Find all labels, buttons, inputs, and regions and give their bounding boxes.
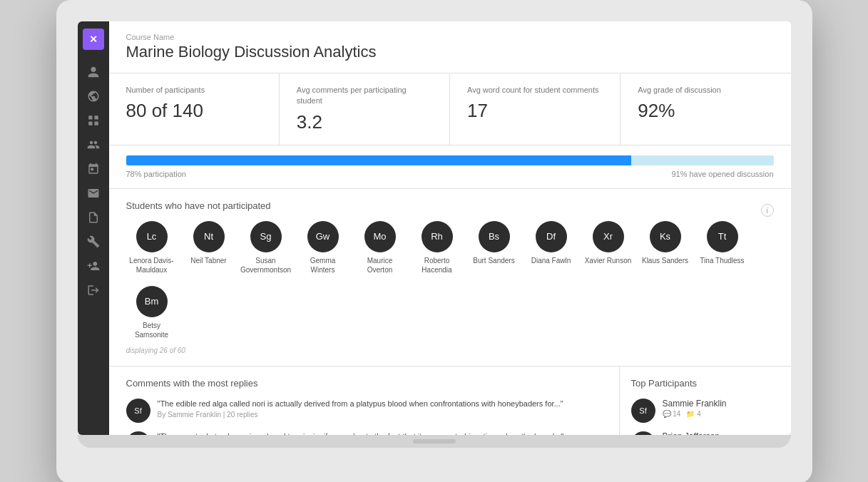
grid-icon[interactable] (83, 110, 104, 131)
stat-avg-word-count-value: 17 (467, 100, 603, 122)
course-label: Course Name (126, 33, 774, 41)
info-icon[interactable]: i (761, 204, 774, 217)
page-header: Course Name Marine Biology Discussion An… (109, 21, 791, 73)
avatar-name: Diana Fawln (531, 256, 571, 265)
stat-avg-comments-label: Avg comments per participating student (297, 85, 432, 107)
stat-avg-grade: Avg grade of discussion 92% (621, 73, 790, 145)
stat-avg-word-count-label: Avg word count for student comments (467, 85, 603, 96)
avatar: Nt (193, 221, 225, 252)
avatars-grid: Lc Lenora Davis-Mauldaux Nt Neil Tabner … (126, 221, 774, 339)
avatar-name: Xavier Runson (585, 256, 632, 265)
participation-label: 78% participation (126, 170, 186, 178)
avatar-name: Tina Thudless (700, 256, 744, 265)
calendar-icon[interactable] (83, 158, 104, 180)
avatar: Sf (126, 399, 150, 423)
participant-item: Sf Sammie Franklin 💬 14 📁 4 (631, 399, 780, 423)
list-item[interactable]: Df Diana Fawln (526, 221, 577, 275)
logout-icon[interactable] (83, 280, 104, 301)
avatar: Rh (422, 221, 453, 252)
comments-title: Comments with the most replies (126, 378, 602, 389)
stat-avg-grade-value: 92% (638, 100, 773, 122)
participants-list: Sf Sammie Franklin 💬 14 📁 4 Bj Brian Jef… (631, 399, 780, 435)
stat-avg-grade-label: Avg grade of discussion (638, 85, 773, 96)
stats-row: Number of participants 80 of 140 Avg com… (109, 73, 791, 145)
avatar: Df (536, 221, 567, 252)
comment-count: 💬 14 (663, 410, 681, 418)
avatar-name: Neil Tabner (190, 256, 226, 265)
list-item[interactable]: Bs Burt Sanders (469, 221, 520, 275)
stat-participants-value: 80 of 140 (126, 100, 262, 122)
avatar-name: Burt Sanders (473, 256, 514, 265)
avatar: Sg (250, 221, 282, 252)
avatar-name: Maurice Overton (354, 256, 406, 275)
stat-participants-label: Number of participants (126, 85, 262, 96)
comments-section: Comments with the most replies Sf "The e… (109, 366, 620, 435)
avatar: Gw (307, 221, 339, 252)
avatar: Tt (707, 221, 738, 252)
stat-participants: Number of participants 80 of 140 (109, 73, 280, 145)
avatar-name: Susan Governmontson (240, 256, 292, 275)
tools-icon[interactable] (83, 231, 104, 252)
opened-label: 91% have opened discussion (671, 170, 773, 178)
avatar: Xr (593, 221, 624, 252)
stat-avg-comments: Avg comments per participating student 3… (280, 73, 450, 145)
sidebar: ✕ (78, 21, 109, 435)
list-item[interactable]: Bm Betsy Samsonite (126, 286, 178, 339)
comment-meta: By Sammie Franklin | 20 replies (158, 411, 563, 419)
list-item[interactable]: Gw Gemma Winters (297, 221, 349, 275)
avatar-name: Klaus Sanders (642, 256, 688, 265)
list-item[interactable]: Ks Klaus Sanders (640, 221, 691, 275)
top-participants-title: Top Participants (631, 378, 780, 389)
list-item[interactable]: Xr Xavier Runson (583, 221, 634, 275)
document-icon[interactable] (83, 207, 104, 228)
avatar-name: Gemma Winters (297, 256, 349, 275)
avatar: Lc (136, 221, 168, 252)
avatar-name: Betsy Samsonite (126, 321, 178, 339)
list-item[interactable]: Mo Maurice Overton (354, 221, 406, 275)
mail-icon[interactable] (83, 183, 104, 204)
page-title: Marine Biology Discussion Analytics (126, 43, 774, 61)
list-item[interactable]: Lc Lenora Davis-Mauldaux (126, 221, 178, 275)
bottom-section: Comments with the most replies Sf "The e… (109, 366, 791, 435)
avatar: Bs (479, 221, 510, 252)
close-button[interactable]: ✕ (83, 29, 104, 50)
list-item[interactable]: Rh Roberto Hacendia (412, 221, 463, 275)
avatar: Sf (631, 399, 655, 423)
avatar-name: Lenora Davis-Mauldaux (126, 256, 178, 275)
progress-labels: 78% participation 91% have opened discus… (126, 170, 774, 178)
main-content: Course Name Marine Biology Discussion An… (109, 21, 791, 435)
user-icon[interactable] (83, 61, 104, 83)
stat-avg-word-count: Avg word count for student comments 17 (450, 73, 621, 145)
avatar: Bm (136, 286, 168, 317)
comment-text: "The edible red alga called nori is actu… (158, 399, 563, 409)
comment-item: Sf "The edible red alga called nori is a… (126, 399, 602, 423)
top-participants-section: Top Participants Sf Sammie Franklin 💬 14… (620, 366, 791, 435)
list-item[interactable]: Tt Tina Thudless (697, 221, 748, 275)
file-count: 📁 4 (686, 410, 700, 418)
progress-section: 78% participation 91% have opened discus… (109, 145, 791, 189)
people-icon[interactable] (83, 134, 104, 155)
non-participants-section: Students who have not participated i Lc … (109, 189, 791, 366)
non-participants-title: Students who have not participated (126, 200, 271, 211)
list-item[interactable]: Sg Susan Governmontson (240, 221, 292, 275)
comments-list: Sf "The edible red alga called nori is a… (126, 399, 602, 435)
progress-bar-container (126, 155, 774, 165)
globe-icon[interactable] (83, 86, 104, 107)
progress-bar-fill (126, 155, 631, 165)
participant-name: Sammie Franklin (663, 399, 727, 409)
person-add-icon[interactable] (83, 255, 104, 277)
list-item[interactable]: Nt Neil Tabner (183, 221, 235, 275)
avatar: Ks (650, 221, 681, 252)
avatar-name: Roberto Hacendia (412, 256, 463, 275)
stat-avg-comments-value: 3.2 (297, 111, 432, 133)
avatar: Mo (364, 221, 396, 252)
displaying-text: displaying 26 of 60 (126, 347, 774, 354)
